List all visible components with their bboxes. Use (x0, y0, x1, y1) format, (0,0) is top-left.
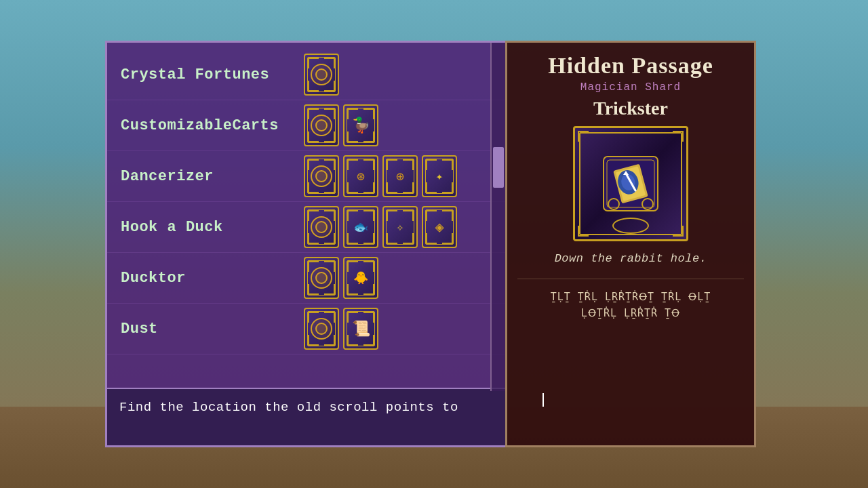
svg-rect-4 (613, 164, 648, 204)
list-item[interactable]: Hook a Duck 🐟 ✧ (107, 202, 505, 253)
scrollbar-thumb[interactable] (493, 147, 504, 188)
list-item[interactable]: Crystal Fortunes (107, 49, 505, 100)
list-area: Crystal Fortunes CustomizableCarts (107, 43, 505, 388)
row-name-dust: Dust (121, 321, 297, 338)
panel-title: Hidden Passage (548, 53, 713, 79)
trickster-shard-icon (600, 153, 661, 214)
list-item[interactable]: Ducktor 🐥 (107, 253, 505, 304)
bottom-bar: Find the location the old scroll points … (107, 388, 505, 445)
right-panel: Hidden Passage Magician Shard Trickster (505, 41, 756, 447)
card[interactable]: 🦆 (343, 104, 378, 146)
card[interactable]: 🐥 (343, 257, 378, 299)
cards-dancerizer: ⊛ ⊕ ✦ (304, 155, 457, 197)
list-item[interactable]: Dust 📜 (107, 304, 505, 354)
list-item[interactable]: CustomizableCarts 🦆 (107, 100, 505, 151)
svg-marker-9 (623, 171, 629, 175)
svg-point-7 (620, 173, 637, 192)
cards-carts: 🦆 (304, 104, 378, 146)
card[interactable]: ✦ (422, 155, 457, 197)
card[interactable]: ◈ (422, 206, 457, 248)
card[interactable] (304, 104, 339, 146)
card[interactable]: ✧ (382, 206, 418, 248)
svg-line-8 (626, 174, 635, 190)
row-name-hook: Hook a Duck (121, 219, 297, 236)
card[interactable]: 📜 (343, 308, 378, 350)
encoded-text: ṮḶṮ ṮṘḶ ḶṞṘṮṘꝊṮ ṮṘḶ ꝊḶṮ ḶꝊṮṘḶ ḶṞṘṮṘ ṮꝊ (551, 290, 711, 323)
svg-rect-1 (607, 160, 654, 207)
list-item[interactable]: Dancerizer ⊛ ⊕ (107, 151, 505, 202)
card[interactable]: ⊛ (343, 155, 378, 197)
card[interactable]: 🐟 (343, 206, 378, 248)
duck2-icon: 🐥 (353, 270, 368, 285)
card[interactable] (304, 308, 339, 350)
cards-dust: 📜 (304, 308, 378, 350)
card[interactable]: ⊕ (382, 155, 418, 197)
card[interactable] (304, 257, 339, 299)
encoded-line-2: ḶꝊṮṘḶ ḶṞṘṮṘ ṮꝊ (551, 306, 711, 323)
cards-hook: 🐟 ✧ ◈ (304, 206, 457, 248)
item-description: Down the rabbit hole. (555, 252, 707, 265)
svg-rect-0 (604, 157, 658, 211)
svg-point-2 (608, 199, 619, 209)
row-name-ducktor: Ducktor (121, 270, 297, 287)
card[interactable] (304, 206, 339, 248)
main-container: Crystal Fortunes CustomizableCarts (105, 41, 756, 447)
svg-rect-5 (616, 166, 646, 201)
cards-ducktor: 🐥 (304, 257, 378, 299)
card-inner (315, 68, 328, 81)
quest-text: Find the location the old scroll points … (119, 400, 458, 415)
star-icon: ✦ (436, 169, 443, 184)
cards-crystal (304, 54, 339, 96)
duck-icon: 🐟 (353, 220, 368, 235)
scrollbar[interactable] (490, 43, 505, 391)
panel-subtitle: Magician Shard (580, 81, 681, 94)
left-panel: Crystal Fortunes CustomizableCarts (105, 41, 505, 447)
card[interactable] (304, 54, 339, 96)
row-name-carts: CustomizableCarts (121, 117, 297, 134)
encoded-line-1: ṮḶṮ ṮṘḶ ḶṞṘṮṘꝊṮ ṮṘḶ ꝊḶṮ (551, 290, 711, 306)
star2-icon: ✧ (397, 220, 404, 235)
mouse-cursor (542, 393, 551, 407)
card[interactable] (304, 155, 339, 197)
row-name-dancerizer: Dancerizer (121, 168, 297, 185)
row-name-crystal: Crystal Fortunes (121, 66, 297, 83)
panel-item-name: Trickster (593, 98, 668, 119)
svg-point-3 (642, 199, 653, 209)
svg-point-6 (615, 168, 641, 197)
divider (517, 279, 744, 279)
item-image-container (573, 126, 688, 241)
